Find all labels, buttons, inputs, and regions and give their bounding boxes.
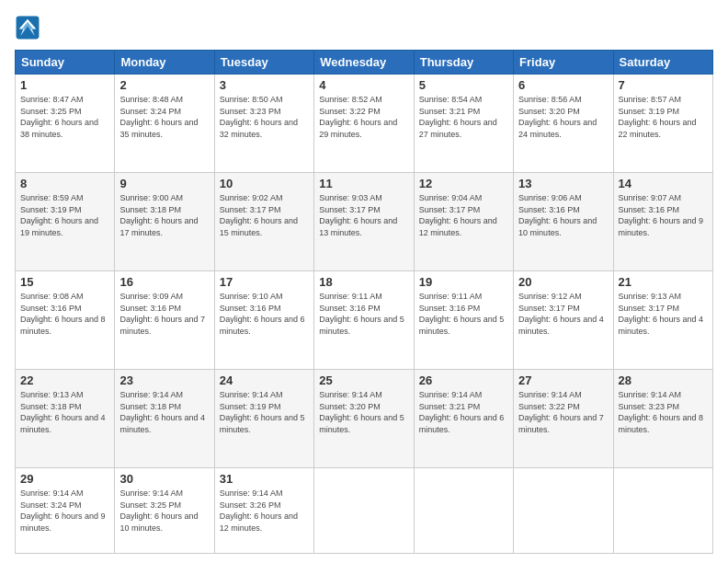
day-number: 25 [319,373,408,387]
calendar-cell: 4 Sunrise: 8:52 AMSunset: 3:22 PMDayligh… [314,75,414,173]
cell-details: Sunrise: 8:52 AMSunset: 3:22 PMDaylight:… [319,94,408,140]
calendar-cell: 2 Sunrise: 8:48 AMSunset: 3:24 PMDayligh… [115,75,214,173]
cell-details: Sunrise: 8:59 AMSunset: 3:19 PMDaylight:… [20,192,109,238]
calendar-cell [414,468,513,554]
weekday-header-monday: Monday [115,51,214,75]
day-number: 4 [319,78,408,92]
day-number: 8 [20,177,109,190]
cell-details: Sunrise: 9:13 AMSunset: 3:17 PMDaylight:… [619,291,708,337]
day-number: 22 [20,373,109,387]
calendar-week-5: 29 Sunrise: 9:14 AMSunset: 3:24 PMDaylig… [16,468,713,554]
calendar-cell: 29 Sunrise: 9:14 AMSunset: 3:24 PMDaylig… [16,468,115,554]
calendar-cell: 24 Sunrise: 9:14 AMSunset: 3:19 PMDaylig… [214,370,313,468]
cell-details: Sunrise: 9:00 AMSunset: 3:18 PMDaylight:… [119,192,209,238]
cell-details: Sunrise: 9:10 AMSunset: 3:16 PMDaylight:… [220,291,309,337]
cell-details: Sunrise: 9:11 AMSunset: 3:16 PMDaylight:… [319,291,408,337]
calendar-cell: 31 Sunrise: 9:14 AMSunset: 3:26 PMDaylig… [214,468,313,554]
calendar-cell: 30 Sunrise: 9:14 AMSunset: 3:25 PMDaylig… [115,468,214,554]
day-number: 15 [20,275,109,289]
cell-details: Sunrise: 9:14 AMSunset: 3:21 PMDaylight:… [419,389,508,435]
day-number: 29 [20,472,109,486]
cell-details: Sunrise: 9:14 AMSunset: 3:19 PMDaylight:… [220,389,309,435]
calendar-week-3: 15 Sunrise: 9:08 AMSunset: 3:16 PMDaylig… [16,271,713,370]
weekday-header-tuesday: Tuesday [214,51,313,75]
day-number: 31 [220,472,309,486]
weekday-header-friday: Friday [514,51,613,75]
calendar-cell: 27 Sunrise: 9:14 AMSunset: 3:22 PMDaylig… [514,370,613,468]
calendar-cell: 28 Sunrise: 9:14 AMSunset: 3:23 PMDaylig… [613,370,712,468]
cell-details: Sunrise: 8:48 AMSunset: 3:24 PMDaylight:… [119,94,209,140]
header [15,15,713,40]
cell-details: Sunrise: 9:14 AMSunset: 3:20 PMDaylight:… [319,389,408,435]
day-number: 30 [119,472,209,486]
day-number: 10 [220,177,309,190]
cell-details: Sunrise: 8:50 AMSunset: 3:23 PMDaylight:… [220,94,309,140]
calendar-cell: 18 Sunrise: 9:11 AMSunset: 3:16 PMDaylig… [314,271,414,370]
calendar-week-4: 22 Sunrise: 9:13 AMSunset: 3:18 PMDaylig… [16,370,713,468]
cell-details: Sunrise: 9:06 AMSunset: 3:16 PMDaylight:… [518,192,608,238]
day-number: 3 [220,78,309,92]
cell-details: Sunrise: 9:02 AMSunset: 3:17 PMDaylight:… [220,192,309,238]
day-number: 1 [20,78,109,92]
cell-details: Sunrise: 8:57 AMSunset: 3:19 PMDaylight:… [619,94,708,140]
calendar-cell [514,468,613,554]
day-number: 23 [119,373,209,387]
logo [15,15,44,40]
day-number: 27 [518,373,608,387]
cell-details: Sunrise: 9:09 AMSunset: 3:16 PMDaylight:… [119,291,209,337]
calendar-cell: 7 Sunrise: 8:57 AMSunset: 3:19 PMDayligh… [613,75,712,173]
cell-details: Sunrise: 9:13 AMSunset: 3:18 PMDaylight:… [20,389,109,435]
calendar-cell: 12 Sunrise: 9:04 AMSunset: 3:17 PMDaylig… [414,173,513,271]
calendar-cell: 11 Sunrise: 9:03 AMSunset: 3:17 PMDaylig… [314,173,414,271]
cell-details: Sunrise: 9:14 AMSunset: 3:26 PMDaylight:… [220,488,309,534]
weekday-header-sunday: Sunday [16,51,115,75]
cell-details: Sunrise: 9:08 AMSunset: 3:16 PMDaylight:… [20,291,109,337]
cell-details: Sunrise: 9:14 AMSunset: 3:18 PMDaylight:… [119,389,209,435]
calendar-cell: 25 Sunrise: 9:14 AMSunset: 3:20 PMDaylig… [314,370,414,468]
day-number: 6 [518,78,608,92]
day-number: 2 [119,78,209,92]
cell-details: Sunrise: 9:14 AMSunset: 3:22 PMDaylight:… [518,389,608,435]
cell-details: Sunrise: 9:14 AMSunset: 3:24 PMDaylight:… [20,488,109,534]
day-number: 12 [419,177,508,190]
calendar-cell: 3 Sunrise: 8:50 AMSunset: 3:23 PMDayligh… [214,75,313,173]
calendar-cell: 13 Sunrise: 9:06 AMSunset: 3:16 PMDaylig… [514,173,613,271]
day-number: 9 [119,177,209,190]
day-number: 24 [220,373,309,387]
day-number: 17 [220,275,309,289]
calendar-cell [613,468,712,554]
day-number: 26 [419,373,508,387]
calendar-cell: 1 Sunrise: 8:47 AMSunset: 3:25 PMDayligh… [16,75,115,173]
calendar-cell: 5 Sunrise: 8:54 AMSunset: 3:21 PMDayligh… [414,75,513,173]
cell-details: Sunrise: 9:03 AMSunset: 3:17 PMDaylight:… [319,192,408,238]
cell-details: Sunrise: 8:56 AMSunset: 3:20 PMDaylight:… [518,94,608,140]
calendar-cell: 23 Sunrise: 9:14 AMSunset: 3:18 PMDaylig… [115,370,214,468]
cell-details: Sunrise: 9:04 AMSunset: 3:17 PMDaylight:… [419,192,508,238]
day-number: 5 [419,78,508,92]
calendar-week-2: 8 Sunrise: 8:59 AMSunset: 3:19 PMDayligh… [16,173,713,271]
calendar-cell: 16 Sunrise: 9:09 AMSunset: 3:16 PMDaylig… [115,271,214,370]
day-number: 7 [619,78,708,92]
day-number: 14 [619,177,708,190]
cell-details: Sunrise: 9:11 AMSunset: 3:16 PMDaylight:… [419,291,508,337]
day-number: 28 [619,373,708,387]
calendar-cell: 19 Sunrise: 9:11 AMSunset: 3:16 PMDaylig… [414,271,513,370]
calendar-cell: 20 Sunrise: 9:12 AMSunset: 3:17 PMDaylig… [514,271,613,370]
calendar-week-1: 1 Sunrise: 8:47 AMSunset: 3:25 PMDayligh… [16,75,713,173]
calendar-cell: 22 Sunrise: 9:13 AMSunset: 3:18 PMDaylig… [16,370,115,468]
calendar-cell: 9 Sunrise: 9:00 AMSunset: 3:18 PMDayligh… [115,173,214,271]
weekday-header-saturday: Saturday [613,51,712,75]
calendar-cell: 17 Sunrise: 9:10 AMSunset: 3:16 PMDaylig… [214,271,313,370]
calendar-table: SundayMondayTuesdayWednesdayThursdayFrid… [15,50,713,554]
day-number: 16 [119,275,209,289]
day-number: 21 [619,275,708,289]
logo-icon [15,15,40,40]
calendar-cell: 26 Sunrise: 9:14 AMSunset: 3:21 PMDaylig… [414,370,513,468]
calendar-cell: 10 Sunrise: 9:02 AMSunset: 3:17 PMDaylig… [214,173,313,271]
cell-details: Sunrise: 9:14 AMSunset: 3:25 PMDaylight:… [119,488,209,534]
calendar-cell: 6 Sunrise: 8:56 AMSunset: 3:20 PMDayligh… [514,75,613,173]
day-number: 18 [319,275,408,289]
calendar-cell: 8 Sunrise: 8:59 AMSunset: 3:19 PMDayligh… [16,173,115,271]
calendar-cell: 14 Sunrise: 9:07 AMSunset: 3:16 PMDaylig… [613,173,712,271]
day-number: 11 [319,177,408,190]
